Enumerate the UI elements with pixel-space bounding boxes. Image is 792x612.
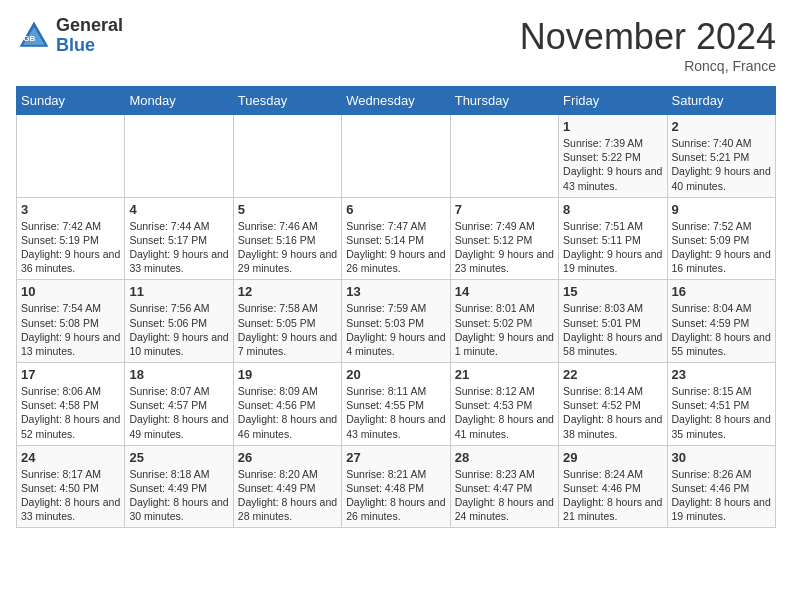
day-number: 22 <box>563 367 662 382</box>
day-info: Sunrise: 7:44 AM Sunset: 5:17 PM Dayligh… <box>129 219 228 276</box>
calendar-week-row: 3Sunrise: 7:42 AM Sunset: 5:19 PM Daylig… <box>17 197 776 280</box>
day-number: 26 <box>238 450 337 465</box>
calendar-day-cell: 23Sunrise: 8:15 AM Sunset: 4:51 PM Dayli… <box>667 363 775 446</box>
logo-icon: GB <box>16 18 52 54</box>
calendar-day-cell: 30Sunrise: 8:26 AM Sunset: 4:46 PM Dayli… <box>667 445 775 528</box>
day-number: 18 <box>129 367 228 382</box>
day-info: Sunrise: 8:09 AM Sunset: 4:56 PM Dayligh… <box>238 384 337 441</box>
calendar-day-cell: 11Sunrise: 7:56 AM Sunset: 5:06 PM Dayli… <box>125 280 233 363</box>
day-number: 3 <box>21 202 120 217</box>
calendar-day-cell: 9Sunrise: 7:52 AM Sunset: 5:09 PM Daylig… <box>667 197 775 280</box>
day-number: 17 <box>21 367 120 382</box>
day-number: 4 <box>129 202 228 217</box>
calendar-day-cell: 15Sunrise: 8:03 AM Sunset: 5:01 PM Dayli… <box>559 280 667 363</box>
calendar-day-cell <box>450 115 558 198</box>
day-number: 30 <box>672 450 771 465</box>
day-number: 9 <box>672 202 771 217</box>
title-area: November 2024 Roncq, France <box>520 16 776 74</box>
day-number: 11 <box>129 284 228 299</box>
day-info: Sunrise: 7:59 AM Sunset: 5:03 PM Dayligh… <box>346 301 445 358</box>
weekday-header-cell: Monday <box>125 87 233 115</box>
weekday-header-cell: Friday <box>559 87 667 115</box>
calendar-day-cell: 22Sunrise: 8:14 AM Sunset: 4:52 PM Dayli… <box>559 363 667 446</box>
logo-text: General Blue <box>56 16 123 56</box>
day-info: Sunrise: 8:18 AM Sunset: 4:49 PM Dayligh… <box>129 467 228 524</box>
logo: GB General Blue <box>16 16 123 56</box>
location: Roncq, France <box>520 58 776 74</box>
day-info: Sunrise: 7:47 AM Sunset: 5:14 PM Dayligh… <box>346 219 445 276</box>
day-number: 2 <box>672 119 771 134</box>
calendar-day-cell <box>233 115 341 198</box>
day-info: Sunrise: 8:21 AM Sunset: 4:48 PM Dayligh… <box>346 467 445 524</box>
calendar-week-row: 17Sunrise: 8:06 AM Sunset: 4:58 PM Dayli… <box>17 363 776 446</box>
calendar-day-cell: 14Sunrise: 8:01 AM Sunset: 5:02 PM Dayli… <box>450 280 558 363</box>
day-number: 21 <box>455 367 554 382</box>
logo-blue: Blue <box>56 35 95 55</box>
calendar-day-cell: 8Sunrise: 7:51 AM Sunset: 5:11 PM Daylig… <box>559 197 667 280</box>
weekday-header-cell: Saturday <box>667 87 775 115</box>
day-number: 29 <box>563 450 662 465</box>
day-info: Sunrise: 7:39 AM Sunset: 5:22 PM Dayligh… <box>563 136 662 193</box>
header: GB General Blue November 2024 Roncq, Fra… <box>16 16 776 74</box>
day-info: Sunrise: 7:40 AM Sunset: 5:21 PM Dayligh… <box>672 136 771 193</box>
calendar-day-cell: 12Sunrise: 7:58 AM Sunset: 5:05 PM Dayli… <box>233 280 341 363</box>
day-number: 6 <box>346 202 445 217</box>
calendar-day-cell: 28Sunrise: 8:23 AM Sunset: 4:47 PM Dayli… <box>450 445 558 528</box>
calendar-day-cell <box>342 115 450 198</box>
day-number: 15 <box>563 284 662 299</box>
calendar-day-cell <box>17 115 125 198</box>
calendar-day-cell: 2Sunrise: 7:40 AM Sunset: 5:21 PM Daylig… <box>667 115 775 198</box>
calendar-day-cell: 6Sunrise: 7:47 AM Sunset: 5:14 PM Daylig… <box>342 197 450 280</box>
day-info: Sunrise: 8:23 AM Sunset: 4:47 PM Dayligh… <box>455 467 554 524</box>
svg-text:GB: GB <box>23 34 35 43</box>
day-number: 24 <box>21 450 120 465</box>
day-info: Sunrise: 8:03 AM Sunset: 5:01 PM Dayligh… <box>563 301 662 358</box>
calendar-day-cell: 16Sunrise: 8:04 AM Sunset: 4:59 PM Dayli… <box>667 280 775 363</box>
day-number: 7 <box>455 202 554 217</box>
day-info: Sunrise: 8:01 AM Sunset: 5:02 PM Dayligh… <box>455 301 554 358</box>
calendar-day-cell: 3Sunrise: 7:42 AM Sunset: 5:19 PM Daylig… <box>17 197 125 280</box>
day-number: 23 <box>672 367 771 382</box>
day-number: 27 <box>346 450 445 465</box>
logo-general: General <box>56 15 123 35</box>
day-info: Sunrise: 8:06 AM Sunset: 4:58 PM Dayligh… <box>21 384 120 441</box>
day-number: 12 <box>238 284 337 299</box>
day-info: Sunrise: 8:20 AM Sunset: 4:49 PM Dayligh… <box>238 467 337 524</box>
calendar-day-cell: 27Sunrise: 8:21 AM Sunset: 4:48 PM Dayli… <box>342 445 450 528</box>
calendar-week-row: 10Sunrise: 7:54 AM Sunset: 5:08 PM Dayli… <box>17 280 776 363</box>
day-info: Sunrise: 8:26 AM Sunset: 4:46 PM Dayligh… <box>672 467 771 524</box>
day-info: Sunrise: 8:17 AM Sunset: 4:50 PM Dayligh… <box>21 467 120 524</box>
day-info: Sunrise: 7:52 AM Sunset: 5:09 PM Dayligh… <box>672 219 771 276</box>
calendar-day-cell: 10Sunrise: 7:54 AM Sunset: 5:08 PM Dayli… <box>17 280 125 363</box>
day-info: Sunrise: 8:11 AM Sunset: 4:55 PM Dayligh… <box>346 384 445 441</box>
calendar-day-cell: 29Sunrise: 8:24 AM Sunset: 4:46 PM Dayli… <box>559 445 667 528</box>
day-number: 16 <box>672 284 771 299</box>
calendar-day-cell: 24Sunrise: 8:17 AM Sunset: 4:50 PM Dayli… <box>17 445 125 528</box>
day-number: 1 <box>563 119 662 134</box>
day-number: 20 <box>346 367 445 382</box>
calendar-day-cell: 26Sunrise: 8:20 AM Sunset: 4:49 PM Dayli… <box>233 445 341 528</box>
day-number: 14 <box>455 284 554 299</box>
day-info: Sunrise: 7:46 AM Sunset: 5:16 PM Dayligh… <box>238 219 337 276</box>
day-info: Sunrise: 7:54 AM Sunset: 5:08 PM Dayligh… <box>21 301 120 358</box>
day-number: 10 <box>21 284 120 299</box>
calendar-day-cell: 18Sunrise: 8:07 AM Sunset: 4:57 PM Dayli… <box>125 363 233 446</box>
day-info: Sunrise: 7:58 AM Sunset: 5:05 PM Dayligh… <box>238 301 337 358</box>
day-info: Sunrise: 7:49 AM Sunset: 5:12 PM Dayligh… <box>455 219 554 276</box>
calendar-day-cell <box>125 115 233 198</box>
calendar-day-cell: 19Sunrise: 8:09 AM Sunset: 4:56 PM Dayli… <box>233 363 341 446</box>
calendar-day-cell: 13Sunrise: 7:59 AM Sunset: 5:03 PM Dayli… <box>342 280 450 363</box>
weekday-header-cell: Sunday <box>17 87 125 115</box>
calendar-day-cell: 7Sunrise: 7:49 AM Sunset: 5:12 PM Daylig… <box>450 197 558 280</box>
calendar-day-cell: 17Sunrise: 8:06 AM Sunset: 4:58 PM Dayli… <box>17 363 125 446</box>
weekday-header-cell: Tuesday <box>233 87 341 115</box>
day-info: Sunrise: 8:14 AM Sunset: 4:52 PM Dayligh… <box>563 384 662 441</box>
day-info: Sunrise: 8:12 AM Sunset: 4:53 PM Dayligh… <box>455 384 554 441</box>
calendar-day-cell: 20Sunrise: 8:11 AM Sunset: 4:55 PM Dayli… <box>342 363 450 446</box>
weekday-header: SundayMondayTuesdayWednesdayThursdayFrid… <box>17 87 776 115</box>
calendar-day-cell: 21Sunrise: 8:12 AM Sunset: 4:53 PM Dayli… <box>450 363 558 446</box>
day-number: 13 <box>346 284 445 299</box>
calendar-week-row: 1Sunrise: 7:39 AM Sunset: 5:22 PM Daylig… <box>17 115 776 198</box>
day-info: Sunrise: 7:51 AM Sunset: 5:11 PM Dayligh… <box>563 219 662 276</box>
weekday-header-cell: Wednesday <box>342 87 450 115</box>
